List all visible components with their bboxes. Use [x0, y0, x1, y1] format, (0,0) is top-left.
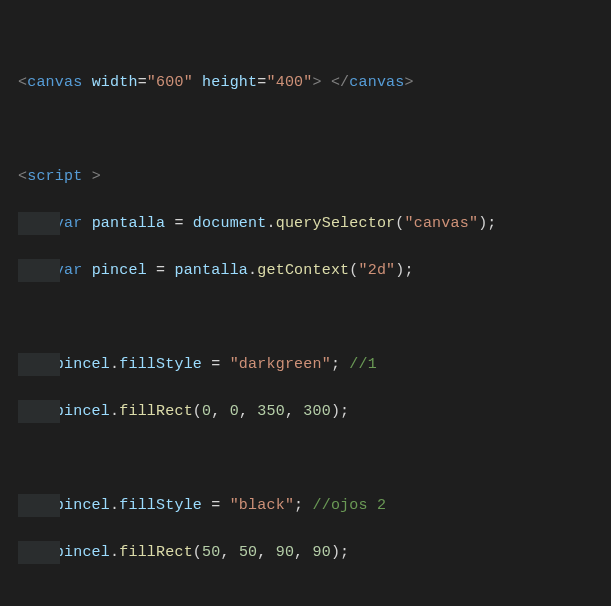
code-line: <canvas width="600" height="400"> </canv… [18, 71, 611, 95]
indent-guide [18, 541, 60, 565]
tag-open: < [18, 74, 27, 91]
code-line: var pantalla = document.querySelector("c… [18, 212, 611, 236]
code-line [18, 588, 611, 607]
comment: //1 [349, 356, 377, 373]
comment: //ojos 2 [313, 497, 387, 514]
indent-guide [18, 259, 60, 283]
indent-guide [18, 400, 60, 424]
code-line: <script > [18, 165, 611, 189]
indent-guide [18, 353, 60, 377]
code-line: pincel.fillStyle = "darkgreen"; //1 [18, 353, 611, 377]
code-line: pincel.fillRect(0, 0, 350, 300); [18, 400, 611, 424]
code-line: pincel.fillRect(50, 50, 90, 90); [18, 541, 611, 565]
code-line: pincel.fillStyle = "black"; //ojos 2 [18, 494, 611, 518]
code-line [18, 306, 611, 330]
code-editor[interactable]: <canvas width="600" height="400"> </canv… [0, 0, 611, 606]
code-line [18, 447, 611, 471]
indent-guide [18, 212, 60, 236]
code-line [18, 118, 611, 142]
code-line: var pincel = pantalla.getContext("2d"); [18, 259, 611, 283]
indent-guide [18, 494, 60, 518]
